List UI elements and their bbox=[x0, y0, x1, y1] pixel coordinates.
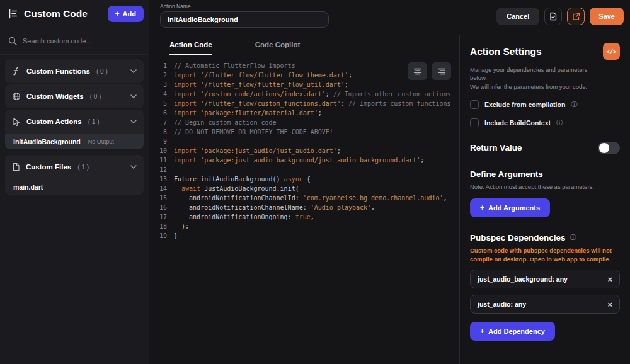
code-line: 13Future initAudioBackground() async { bbox=[149, 174, 459, 184]
search-icon bbox=[8, 37, 17, 45]
settings-header: Action Settings </> bbox=[470, 43, 620, 60]
code-line: 14 await JustAudioBackground.init( bbox=[149, 184, 459, 193]
section-label: Custom Actions bbox=[26, 118, 82, 125]
code-line: 9 bbox=[149, 137, 459, 146]
define-arguments-note: Note: Action must accept these as parame… bbox=[470, 183, 620, 190]
line-number: 14 bbox=[149, 184, 167, 193]
sidebar-item-custom-actions[interactable]: Custom Actions ( 1 ) bbox=[5, 110, 144, 134]
code-line: 4import '/custom_code/actions/index.dart… bbox=[149, 89, 459, 99]
chevron-down-icon bbox=[130, 165, 137, 169]
close-icon[interactable]: × bbox=[607, 300, 612, 309]
line-number: 1 bbox=[149, 61, 167, 71]
section-count: ( 1 ) bbox=[77, 164, 89, 171]
sidebar-section-custom-functions: Custom Functions ( 0 ) bbox=[5, 59, 144, 83]
line-number: 17 bbox=[149, 212, 167, 222]
tab-action-code[interactable]: Action Code bbox=[169, 35, 212, 55]
sidebar-sections: Custom Functions ( 0 ) Custom Widgets ( … bbox=[0, 55, 149, 200]
open-in-new-window-button[interactable] bbox=[567, 8, 585, 25]
line-number: 4 bbox=[149, 89, 167, 99]
external-link-icon bbox=[572, 13, 580, 21]
code-line: 5import '/flutter_flow/custom_functions.… bbox=[149, 99, 459, 108]
pubspec-dependencies-title: Pubspec Dependencies bbox=[470, 233, 566, 242]
tab-code-copilot[interactable]: Code Copilot bbox=[255, 35, 301, 55]
list-item-label: main.dart bbox=[13, 183, 43, 191]
line-number: 15 bbox=[149, 193, 167, 203]
line-number: 9 bbox=[149, 137, 167, 146]
list-item-init-audio-background[interactable]: initAudioBackground No Output bbox=[5, 134, 144, 149]
main-area: Action Name Cancel Save bbox=[149, 0, 630, 364]
action-settings-panel: Action Settings </> Manage your dependen… bbox=[460, 35, 630, 364]
section-count: ( 1 ) bbox=[88, 118, 100, 125]
chevron-down-icon bbox=[130, 69, 137, 73]
code-line: 7// Begin custom action code bbox=[149, 118, 459, 127]
add-dependency-button[interactable]: + Add Dependency bbox=[470, 322, 555, 341]
sidebar: Custom Code + Add Custom Functions ( 0 ) bbox=[0, 0, 149, 364]
close-icon[interactable]: × bbox=[607, 275, 612, 283]
chevron-down-icon bbox=[130, 120, 137, 123]
action-name-group: Action Name bbox=[160, 3, 329, 28]
save-button[interactable]: Save bbox=[590, 8, 624, 25]
settings-description: Manage your dependencies and parameters … bbox=[470, 65, 600, 82]
line-number: 5 bbox=[149, 99, 167, 108]
cancel-button[interactable]: Cancel bbox=[496, 8, 539, 25]
code-line: 10import 'package:just_audio/just_audio.… bbox=[149, 146, 459, 156]
include-buildcontext-row: Include BuildContext ⓘ bbox=[470, 118, 620, 127]
code-line: 18 ); bbox=[149, 222, 459, 231]
checkbox-label: Include BuildContext bbox=[484, 119, 551, 127]
sidebar-section-custom-files: Custom Files ( 1 ) main.dart bbox=[5, 155, 144, 195]
code-line: 12 bbox=[149, 165, 459, 174]
list-item-label: initAudioBackground bbox=[13, 138, 81, 145]
info-icon: ⓘ bbox=[570, 234, 576, 241]
sidebar-section-custom-widgets: Custom Widgets ( 0 ) bbox=[5, 84, 144, 108]
line-number: 16 bbox=[149, 203, 167, 212]
pubspec-title-row: Pubspec Dependencies ⓘ bbox=[470, 233, 620, 242]
indent-code-button[interactable] bbox=[432, 62, 451, 80]
code-editor[interactable]: 1// Automatic FlutterFlow imports2import… bbox=[149, 55, 459, 364]
add-button[interactable]: + Add bbox=[108, 6, 144, 22]
return-value-toggle[interactable] bbox=[598, 142, 620, 154]
line-number: 13 bbox=[149, 174, 167, 184]
code-line: 8// DO NOT REMOVE OR MODIFY THE CODE ABO… bbox=[149, 127, 459, 137]
line-number: 10 bbox=[149, 146, 167, 156]
plus-icon: + bbox=[480, 204, 484, 212]
search-bar bbox=[0, 28, 149, 55]
align-right-icon bbox=[437, 68, 446, 75]
add-button-label: Add bbox=[123, 10, 136, 18]
format-code-button[interactable] bbox=[408, 62, 427, 80]
dependency-value: just_audio: any bbox=[478, 300, 526, 308]
line-number: 18 bbox=[149, 222, 167, 231]
list-item-main-dart[interactable]: main.dart bbox=[5, 179, 144, 195]
exclude-from-compilation-checkbox[interactable] bbox=[470, 100, 479, 109]
code-line: 16 androidNotificationChannelName: 'Audi… bbox=[149, 203, 459, 212]
topbar-actions: Cancel Save bbox=[496, 8, 624, 25]
add-arguments-button[interactable]: + Add Arguments bbox=[470, 198, 550, 217]
search-input[interactable] bbox=[23, 37, 140, 45]
define-arguments-title: Define Arguments bbox=[470, 169, 620, 179]
line-number: 11 bbox=[149, 156, 167, 165]
action-name-input[interactable] bbox=[160, 11, 329, 28]
section-label: Custom Files bbox=[26, 163, 71, 171]
dependency-chip-just-audio-background: just_audio_background: any × bbox=[470, 270, 620, 288]
function-icon bbox=[12, 67, 21, 76]
sidebar-section-custom-actions: Custom Actions ( 1 ) initAudioBackground… bbox=[5, 110, 144, 149]
section-label: Custom Functions bbox=[26, 67, 90, 75]
dependency-value: just_audio_background: any bbox=[478, 275, 568, 283]
info-icon: ⓘ bbox=[571, 101, 577, 108]
section-count: ( 0 ) bbox=[96, 68, 108, 75]
toggle-knob bbox=[599, 143, 609, 153]
file-check-icon bbox=[549, 12, 558, 21]
add-arguments-label: Add Arguments bbox=[488, 204, 540, 212]
check-code-button[interactable] bbox=[544, 8, 562, 25]
align-center-icon bbox=[413, 68, 422, 75]
code-line: 11import 'package:just_audio_background/… bbox=[149, 156, 459, 165]
page-title: Custom Code bbox=[24, 8, 103, 20]
code-line: 15 androidNotificationChannelId: 'com.ry… bbox=[149, 193, 459, 203]
editor-column: Action Code Code Copilot bbox=[149, 35, 460, 364]
plus-icon: + bbox=[115, 10, 120, 18]
sidebar-item-custom-widgets[interactable]: Custom Widgets ( 0 ) bbox=[5, 84, 144, 108]
sidebar-item-custom-files[interactable]: Custom Files ( 1 ) bbox=[5, 155, 144, 179]
view-code-button[interactable]: </> bbox=[603, 43, 620, 60]
include-buildcontext-checkbox[interactable] bbox=[470, 118, 479, 127]
info-icon: ⓘ bbox=[556, 120, 563, 126]
sidebar-item-custom-functions[interactable]: Custom Functions ( 0 ) bbox=[5, 59, 144, 83]
